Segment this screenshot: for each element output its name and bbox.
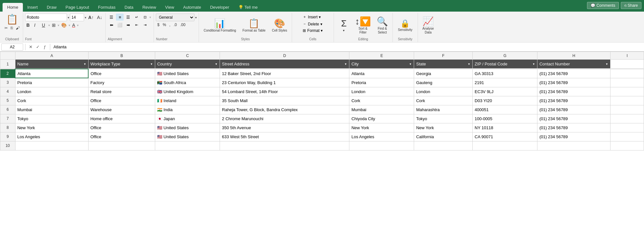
tab-view[interactable]: View — [161, 3, 179, 12]
tab-tell-me[interactable]: 💡 Tell me — [234, 3, 262, 12]
contact-dropdown-btn[interactable]: ▾ — [605, 62, 608, 66]
cell-10-name[interactable] — [15, 141, 88, 150]
cell-5-city[interactable]: Cork — [349, 96, 414, 105]
col-header-d[interactable]: D — [220, 52, 349, 60]
cell-8-i[interactable] — [611, 123, 644, 132]
workplace-dropdown-btn[interactable]: ▾ — [150, 62, 153, 66]
cell-3-name[interactable]: Pretoria — [15, 78, 88, 87]
number-format-select[interactable]: General — [156, 14, 194, 21]
cell-8-country[interactable]: 🇺🇸 United States — [155, 123, 220, 132]
cell-2-street[interactable]: 12 Baker Street, 2nd Floor — [220, 69, 349, 78]
comma-button[interactable]: , — [168, 22, 172, 28]
cell-6-workplace[interactable]: Warehouse — [88, 105, 155, 114]
tab-home[interactable]: Home — [3, 3, 23, 12]
font-size-dropdown[interactable]: ▾ — [85, 16, 86, 19]
paste-button[interactable]: 📋 — [6, 14, 18, 25]
cell-3-city[interactable]: Pretoria — [349, 78, 414, 87]
cell-9-street[interactable]: 633 West 5th Street — [220, 132, 349, 141]
cell-8-contact[interactable]: (01) 234 56789 — [537, 123, 611, 132]
row-number-8[interactable]: 8 — [0, 123, 15, 132]
header-city[interactable]: City ▾ — [349, 60, 414, 69]
italic-button[interactable]: I — [33, 22, 40, 28]
delete-dropdown[interactable]: ▾ — [320, 22, 322, 26]
tab-page-layout[interactable]: Page Layout — [61, 3, 94, 12]
cancel-formula-button[interactable]: ✕ — [27, 44, 34, 50]
state-dropdown-btn[interactable]: ▾ — [468, 62, 470, 66]
cell-styles-button[interactable]: 🎨 Cell Styles — [270, 14, 290, 37]
cell-6-i[interactable] — [611, 105, 644, 114]
cell-4-contact[interactable]: (01) 234 56789 — [537, 87, 611, 96]
cell-9-city[interactable]: Los Angeles — [349, 132, 414, 141]
row-number-7[interactable]: 7 — [0, 114, 15, 123]
row-number-4[interactable]: 4 — [0, 87, 15, 96]
tab-insert[interactable]: Insert — [23, 3, 43, 12]
cell-9-name[interactable]: Los Angeles — [15, 132, 88, 141]
row-number-10[interactable]: 10 — [0, 141, 15, 150]
cell-6-contact[interactable]: (01) 234 56789 — [537, 105, 611, 114]
font-name-input[interactable] — [25, 14, 67, 21]
col-header-b[interactable]: B — [88, 52, 155, 60]
number-format-dropdown[interactable]: ▾ — [195, 16, 197, 19]
cell-10-workplace[interactable] — [88, 141, 155, 150]
cell-7-street[interactable]: 2 Chrome Marunouchi — [220, 114, 349, 123]
cell-4-country[interactable]: 🇬🇧 United Kingdom — [155, 87, 220, 96]
cell-7-name[interactable]: Tokyo — [15, 114, 88, 123]
formula-input[interactable] — [52, 44, 643, 49]
row-number-6[interactable]: 6 — [0, 105, 15, 114]
country-dropdown-btn[interactable]: ▾ — [215, 62, 218, 66]
cell-9-state[interactable]: California — [414, 132, 473, 141]
cell-6-zip[interactable]: 400051 — [473, 105, 537, 114]
cell-2-city[interactable]: Atlanta — [349, 69, 414, 78]
cell-6-city[interactable]: Mumbai — [349, 105, 414, 114]
cell-2-country[interactable]: 🇺🇸 United States — [155, 69, 220, 78]
analyse-data-button[interactable]: 📈 AnalyseData — [420, 14, 437, 37]
wrap-text-button[interactable]: ↵ — [133, 14, 140, 21]
cell-8-zip[interactable]: NY 10118 — [473, 123, 537, 132]
bold-button[interactable]: B — [25, 22, 32, 28]
cell-4-state[interactable]: London — [414, 87, 473, 96]
cell-3-contact[interactable]: (01) 234 56789 — [537, 78, 611, 87]
font-name-dropdown[interactable]: ▾ — [68, 16, 69, 19]
increase-decimal-button[interactable]: .00 — [179, 22, 187, 28]
cell-6-name[interactable]: Mumbai — [15, 105, 88, 114]
cell-reference-input[interactable] — [1, 43, 23, 51]
insert-function-button[interactable]: ƒ — [42, 44, 48, 50]
cell-5-street[interactable]: 35 South Mall — [220, 96, 349, 105]
row-number-1[interactable]: 1 — [0, 60, 15, 69]
col-header-g[interactable]: G — [473, 52, 537, 60]
cell-10-state[interactable] — [414, 141, 473, 150]
cell-4-workplace[interactable]: Retail store — [88, 87, 155, 96]
copy-button[interactable]: ⎘ — [9, 25, 14, 31]
col-header-e[interactable]: E — [349, 52, 414, 60]
cell-2-contact[interactable]: (01) 234 56789 — [537, 69, 611, 78]
col-header-f[interactable]: F — [414, 52, 473, 60]
cell-3-workplace[interactable]: Factory — [88, 78, 155, 87]
underline-button[interactable]: U — [41, 22, 48, 28]
cell-4-street[interactable]: 54 Lombard Street, 14th Floor — [220, 87, 349, 96]
cell-9-country[interactable]: 🇺🇸 United States — [155, 132, 220, 141]
row-number-3[interactable]: 3 — [0, 78, 15, 87]
cell-6-state[interactable]: Maharashtra — [414, 105, 473, 114]
row-number-9[interactable]: 9 — [0, 132, 15, 141]
cell-5-i[interactable] — [611, 96, 644, 105]
cell-1-i[interactable] — [611, 60, 644, 69]
cell-8-workplace[interactable]: Office — [88, 123, 155, 132]
delete-cells-button[interactable]: － Delete ▾ — [301, 21, 325, 27]
cell-5-zip[interactable]: D03 YI20 — [473, 96, 537, 105]
cell-10-street[interactable] — [220, 141, 349, 150]
currency-button[interactable]: $ — [156, 22, 161, 28]
conditional-formatting-button[interactable]: 📊 Conditional Formatting — [201, 14, 239, 37]
find-select-button[interactable]: 🔍 Find &Select — [374, 14, 391, 37]
cell-5-contact[interactable]: (01) 234 56789 — [537, 96, 611, 105]
cell-2-zip[interactable]: GA 30313 — [473, 69, 537, 78]
decrease-decimal-button[interactable]: .0 — [172, 22, 178, 28]
cell-4-city[interactable]: London — [349, 87, 414, 96]
decrease-indent-button[interactable]: ⇤ — [133, 21, 140, 28]
cell-7-state[interactable]: Tokyo — [414, 114, 473, 123]
cell-3-state[interactable]: Gauteng — [414, 78, 473, 87]
fill-color-button[interactable]: 🎨 — [60, 22, 68, 28]
cell-4-i[interactable] — [611, 87, 644, 96]
align-top-left-button[interactable]: ☰ — [108, 14, 115, 21]
autosum-button[interactable]: Σ ▾ — [336, 14, 352, 37]
increase-indent-button[interactable]: ⇥ — [141, 21, 149, 28]
